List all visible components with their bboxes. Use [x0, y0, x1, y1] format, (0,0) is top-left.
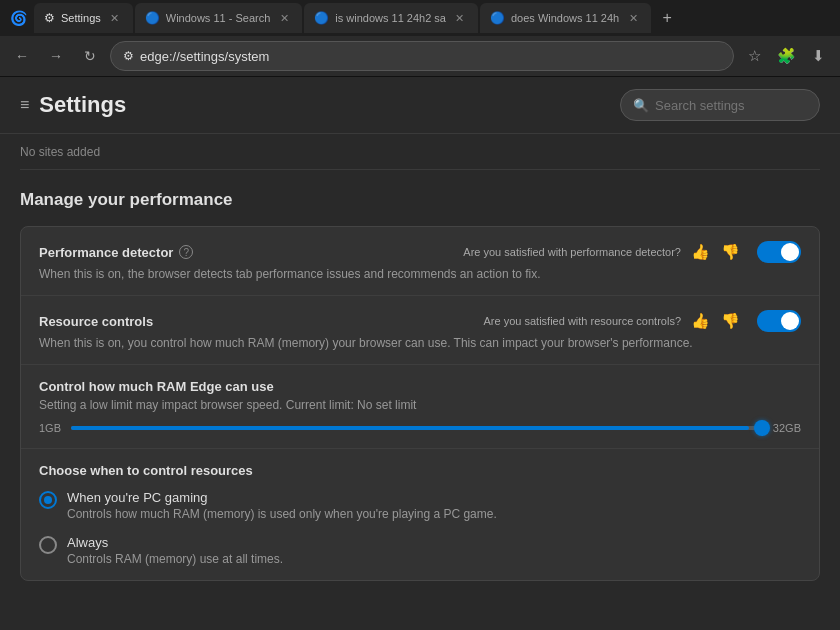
favorites-button[interactable]: ☆ [740, 42, 768, 70]
search-settings-box[interactable]: 🔍 [620, 89, 820, 121]
back-button[interactable]: ← [8, 42, 36, 70]
radio-option-gaming[interactable]: When you're PC gaming Controls how much … [39, 490, 801, 521]
performance-detector-desc: When this is on, the browser detects tab… [39, 267, 801, 281]
hamburger-icon[interactable]: ≡ [20, 96, 29, 114]
resource-controls-desc: When this is on, you control how much RA… [39, 336, 801, 350]
performance-detector-feedback-text: Are you satisfied with performance detec… [463, 246, 681, 258]
resource-controls-feedback-text: Are you satisfied with resource controls… [484, 315, 681, 327]
performance-detector-header: Performance detector ? Are you satisfied… [39, 241, 801, 263]
ram-slider-fill [71, 426, 749, 430]
radio-text-always: Always Controls RAM (memory) use at all … [67, 535, 283, 566]
tab-favicon-settings: ⚙ [44, 11, 55, 25]
tab-title-2: Windows 11 - Search [166, 12, 271, 24]
tab-bar: 🌀 ⚙ Settings ✕ 🔵 Windows 11 - Search ✕ 🔵… [0, 0, 840, 36]
performance-detector-label: Performance detector [39, 245, 173, 260]
performance-detector-help-icon[interactable]: ? [179, 245, 193, 259]
performance-detector-thumbsup[interactable]: 👍 [689, 241, 711, 263]
tab-windows11-search[interactable]: 🔵 Windows 11 - Search ✕ [135, 3, 303, 33]
address-url: edge://settings/system [140, 49, 269, 64]
ram-slider-track[interactable] [71, 426, 763, 430]
tab-windows11-24h2-2[interactable]: 🔵 does Windows 11 24h ✕ [480, 3, 651, 33]
tab-favicon-2: 🔵 [145, 11, 160, 25]
performance-detector-row: Performance detector ? Are you satisfied… [21, 227, 819, 296]
tab-favicon-3: 🔵 [314, 11, 329, 25]
ram-slider-min: 1GB [39, 422, 61, 434]
resource-controls-thumbsup[interactable]: 👍 [689, 310, 711, 332]
tab-title-4: does Windows 11 24h [511, 12, 619, 24]
radio-text-gaming: When you're PC gaming Controls how much … [67, 490, 497, 521]
edge-icon: 🌀 [4, 4, 32, 32]
radio-circle-gaming[interactable] [39, 491, 57, 509]
search-settings-input[interactable] [655, 98, 795, 113]
tab-close-settings[interactable]: ✕ [107, 10, 123, 26]
no-sites-label: No sites added [20, 139, 100, 165]
radio-label-always: Always [67, 535, 283, 550]
ram-slider-desc: Setting a low limit may impact browser s… [39, 398, 801, 412]
resource-controls-label-group: Resource controls [39, 314, 153, 329]
performance-detector-label-group: Performance detector ? [39, 245, 193, 260]
browser-chrome: 🌀 ⚙ Settings ✕ 🔵 Windows 11 - Search ✕ 🔵… [0, 0, 840, 77]
resource-controls-header: Resource controls Are you satisfied with… [39, 310, 801, 332]
radio-desc-gaming: Controls how much RAM (memory) is used o… [67, 507, 497, 521]
performance-section-title: Manage your performance [20, 190, 820, 210]
toolbar-icons: ☆ 🧩 ⬇ [740, 42, 832, 70]
settings-title-row: ≡ Settings [20, 92, 126, 118]
radio-circle-always[interactable] [39, 536, 57, 554]
forward-button[interactable]: → [42, 42, 70, 70]
main-content: No sites added Manage your performance P… [0, 134, 840, 630]
tab-close-2[interactable]: ✕ [276, 10, 292, 26]
performance-detector-thumbsdown[interactable]: 👎 [719, 241, 741, 263]
choose-when-label: Choose when to control resources [39, 463, 801, 478]
performance-detector-feedback: Are you satisfied with performance detec… [463, 241, 801, 263]
ram-slider-section: Control how much RAM Edge can use Settin… [21, 365, 819, 449]
tab-windows11-24h2[interactable]: 🔵 is windows 11 24h2 sa ✕ [304, 3, 478, 33]
radio-section: Choose when to control resources When yo… [21, 449, 819, 580]
resource-controls-feedback: Are you satisfied with resource controls… [484, 310, 801, 332]
address-input[interactable]: ⚙ edge://settings/system [110, 41, 734, 71]
settings-title: Settings [39, 92, 126, 118]
resource-controls-thumbsdown[interactable]: 👎 [719, 310, 741, 332]
radio-label-gaming: When you're PC gaming [67, 490, 497, 505]
performance-settings-card: Performance detector ? Are you satisfied… [20, 226, 820, 581]
resource-controls-toggle[interactable] [757, 310, 801, 332]
downloads-button[interactable]: ⬇ [804, 42, 832, 70]
ram-slider-container: 1GB 32GB [39, 422, 801, 434]
browser-window: 🌀 ⚙ Settings ✕ 🔵 Windows 11 - Search ✕ 🔵… [0, 0, 840, 630]
performance-detector-toggle[interactable] [757, 241, 801, 263]
settings-header: ≡ Settings 🔍 [0, 77, 840, 134]
search-icon: 🔍 [633, 98, 649, 113]
tab-settings[interactable]: ⚙ Settings ✕ [34, 3, 133, 33]
content-area: ≡ Settings 🔍 No sites added Manage your … [0, 77, 840, 630]
tab-favicon-4: 🔵 [490, 11, 505, 25]
resource-controls-label: Resource controls [39, 314, 153, 329]
tab-close-3[interactable]: ✕ [452, 10, 468, 26]
radio-desc-always: Controls RAM (memory) use at all times. [67, 552, 283, 566]
ram-slider-label: Control how much RAM Edge can use [39, 379, 801, 394]
extensions-button[interactable]: 🧩 [772, 42, 800, 70]
address-favicon: ⚙ [123, 49, 134, 63]
new-tab-button[interactable]: + [653, 4, 681, 32]
ram-slider-thumb[interactable] [754, 420, 770, 436]
ram-slider-max: 32GB [773, 422, 801, 434]
address-bar: ← → ↻ ⚙ edge://settings/system ☆ 🧩 ⬇ [0, 36, 840, 76]
top-section: No sites added [20, 134, 820, 170]
tab-title-settings: Settings [61, 12, 101, 24]
tab-close-4[interactable]: ✕ [625, 10, 641, 26]
resource-controls-row: Resource controls Are you satisfied with… [21, 296, 819, 365]
tab-title-3: is windows 11 24h2 sa [335, 12, 446, 24]
radio-option-always[interactable]: Always Controls RAM (memory) use at all … [39, 535, 801, 566]
refresh-button[interactable]: ↻ [76, 42, 104, 70]
